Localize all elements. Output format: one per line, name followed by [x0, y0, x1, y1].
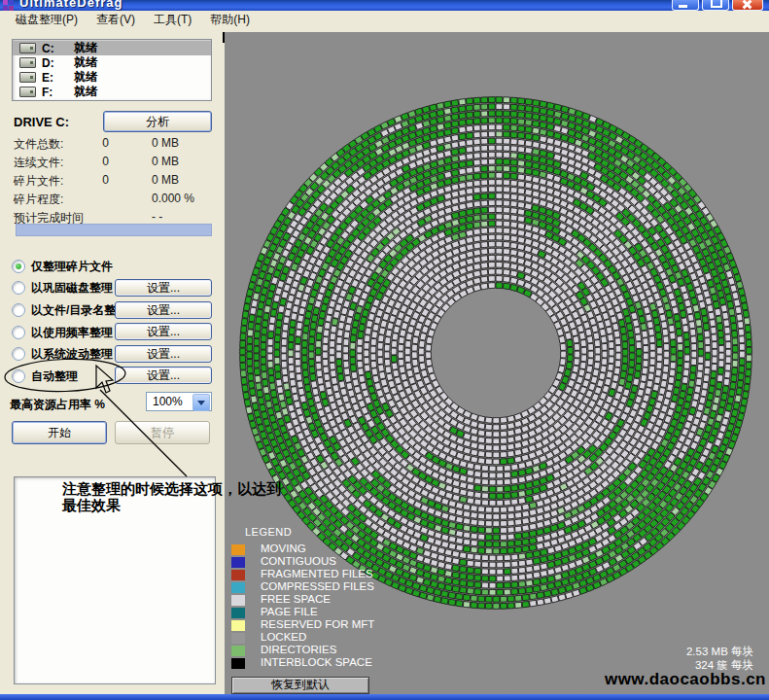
drive-row-f[interactable]: F: 就绪 — [13, 85, 211, 99]
radio-by-system-volatility[interactable]: 以系统波动整理 — [12, 346, 113, 362]
legend-swatch-page-file — [231, 608, 245, 618]
menu-tools[interactable]: 工具(T) — [145, 10, 201, 30]
legend-label-contiguous: CONTIGUOUS — [261, 555, 336, 567]
drive-list[interactable]: C: 就绪 D: 就绪 E: 就绪 F: 就绪 — [12, 39, 212, 101]
radio-icon[interactable] — [12, 260, 25, 273]
radio-icon[interactable] — [12, 303, 25, 317]
drive-icon — [19, 57, 36, 68]
settings-button-filename[interactable]: 设置... — [115, 301, 212, 319]
chevron-down-icon — [197, 401, 205, 405]
legend-label-compressed: COMPRESSED FILES — [261, 580, 374, 592]
drive-icon — [19, 43, 36, 53]
maximize-button[interactable] — [702, 0, 729, 11]
menu-bar: 磁盘整理(P) 查看(V) 工具(T) 帮助(H) — [0, 11, 769, 29]
legend-title: LEGEND — [245, 526, 292, 538]
legend-label-interblock: INTERBLOCK SPACE — [261, 656, 372, 668]
start-button[interactable]: 开始 — [12, 421, 107, 444]
legend-swatch-moving — [231, 544, 245, 555]
radio-icon[interactable] — [12, 281, 25, 295]
settings-button-volatility[interactable]: 设置... — [115, 345, 212, 363]
combobox-value: 100% — [153, 395, 183, 408]
stat-fragmented-files: 碎片文件: 0 0 MB — [0, 173, 222, 192]
resource-usage-combobox[interactable]: 100% — [146, 392, 212, 411]
radio-by-usage-frequency[interactable]: 以使用频率整理 — [12, 325, 113, 340]
block-size-info: 2.53 MB 每块 — [583, 645, 753, 659]
menu-help[interactable]: 帮助(H) — [201, 10, 260, 30]
minimize-icon — [679, 5, 687, 8]
legend-swatch-locked — [231, 633, 245, 644]
legend-swatch-free-space — [231, 595, 245, 606]
legend-label-page-file: PAGE FILE — [261, 606, 318, 617]
radio-consolidate[interactable]: 以巩固磁盘整理 — [12, 280, 113, 296]
control-panel: C: 就绪 D: 就绪 E: 就绪 F: 就绪 DRIVE C: 分析 文件总数… — [0, 29, 222, 694]
drive-letter: E: — [42, 71, 74, 85]
settings-button-usage[interactable]: 设置... — [115, 323, 212, 340]
drive-status: 就绪 — [74, 84, 97, 100]
drive-row-c[interactable]: C: 就绪 — [13, 41, 211, 55]
drive-icon — [19, 72, 36, 83]
drive-row-d[interactable]: D: 就绪 — [13, 55, 211, 70]
settings-button-consolidate[interactable]: 设置... — [115, 279, 212, 297]
legend-label-directories: DIRECTORIES — [261, 644, 336, 655]
legend-label-fragmented: FRAGMENTED FILES — [261, 568, 373, 579]
drive-letter: C: — [42, 42, 74, 55]
minimize-button[interactable] — [672, 0, 699, 11]
window-title: UltimateDefrag — [19, 0, 122, 10]
menu-view[interactable]: 查看(V) — [87, 10, 145, 30]
stat-fragmentation-level: 碎片程度: 0.000 % — [0, 192, 222, 210]
legend-label-free-space: FREE SPACE — [261, 593, 331, 605]
radio-defrag-fragmented-only[interactable]: 仅整理碎片文件 — [12, 259, 113, 274]
drive-section-title: DRIVE C: — [14, 115, 69, 129]
legend-label-moving: MOVING — [261, 542, 306, 554]
progress-bar — [16, 224, 212, 236]
legend-swatch-fragmented — [231, 570, 245, 580]
stat-contiguous-files: 连续文件: 0 0 MB — [0, 155, 222, 173]
restore-default-button[interactable]: 恢复到默认 — [231, 677, 369, 694]
legend-label-mft: RESERVED FOR MFT — [261, 618, 374, 630]
legend-swatch-contiguous — [231, 557, 245, 568]
menu-disk-defrag[interactable]: 磁盘整理(P) — [7, 10, 87, 30]
combobox-dropdown-button[interactable] — [192, 394, 210, 411]
drive-row-e[interactable]: E: 就绪 — [13, 70, 211, 85]
analyze-button[interactable]: 分析 — [103, 111, 212, 132]
radio-icon[interactable] — [12, 326, 25, 339]
window-controls — [672, 0, 763, 11]
radio-icon[interactable] — [12, 347, 25, 361]
drive-letter: F: — [42, 86, 74, 99]
settings-button-auto[interactable]: 设置... — [115, 367, 212, 384]
radio-icon[interactable] — [12, 369, 25, 383]
legend-label-locked: LOCKED — [261, 631, 306, 643]
legend-swatch-directories — [231, 646, 245, 656]
legend-swatch-mft — [231, 620, 245, 631]
watermark-url: www.daocaobbs.cn — [525, 670, 766, 689]
maximize-icon — [711, 0, 722, 8]
annotation-note: 注意整理的时候选择这项，以达到 最佳效果 — [62, 480, 281, 513]
window-bottom-border — [0, 694, 769, 700]
drive-letter: D: — [42, 56, 74, 70]
pause-button[interactable]: 暂停 — [115, 421, 210, 444]
drive-icon — [19, 87, 36, 97]
legend-swatch-compressed — [231, 582, 245, 593]
resource-usage-label: 最高资源占用率 % — [10, 397, 105, 413]
radio-auto-defrag[interactable]: 自动整理 — [12, 368, 78, 384]
legend-swatch-interblock — [231, 658, 245, 669]
close-button[interactable] — [732, 0, 763, 11]
radio-by-filename[interactable]: 以文件/目录名整理 — [12, 302, 127, 318]
stat-total-files: 文件总数: 0 0 MB — [0, 136, 222, 155]
